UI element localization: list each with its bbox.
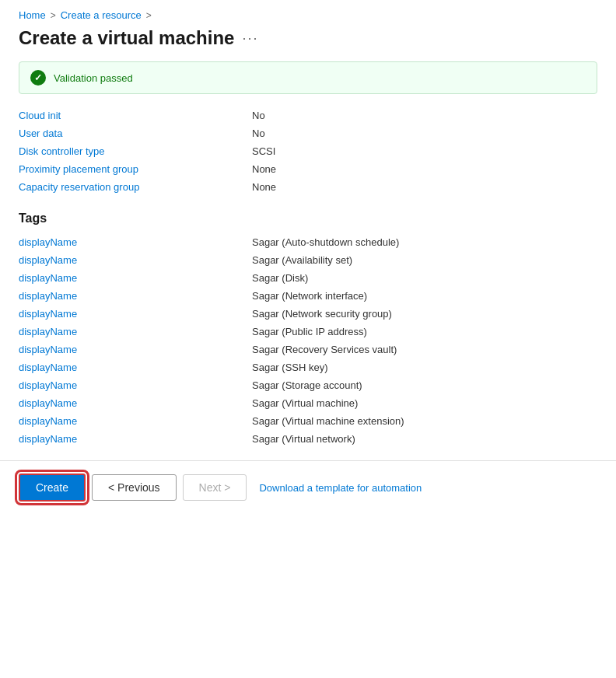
field-label: Cloud init xyxy=(19,107,252,124)
scrollable-content: Cloud init No User data No Disk controll… xyxy=(19,107,597,460)
tag-value: Sagar (Virtual machine extension) xyxy=(252,412,597,430)
tag-label: displayName xyxy=(19,376,252,394)
tag-value: Sagar (Virtual machine) xyxy=(252,394,597,412)
tag-label: displayName xyxy=(19,358,252,376)
tag-value: Sagar (Disk) xyxy=(252,269,597,287)
page-title: Create a virtual machine xyxy=(19,27,234,49)
fields-table: Cloud init No User data No Disk controll… xyxy=(19,107,597,196)
table-row: displayName Sagar (Virtual machine) xyxy=(19,394,597,412)
table-row: displayName Sagar (Availability set) xyxy=(19,251,597,269)
table-row: displayName Sagar (Virtual network) xyxy=(19,430,597,448)
table-row: displayName Sagar (Virtual machine exten… xyxy=(19,412,597,430)
table-row: displayName Sagar (Public IP address) xyxy=(19,323,597,341)
tag-label: displayName xyxy=(19,430,252,448)
tag-value: Sagar (Virtual network) xyxy=(252,430,597,448)
field-label: Disk controller type xyxy=(19,142,252,160)
tag-label: displayName xyxy=(19,412,252,430)
tag-value: Sagar (Auto-shutdown schedule) xyxy=(252,233,597,251)
next-button: Next > xyxy=(183,474,247,501)
tag-label: displayName xyxy=(19,269,252,287)
field-value: SCSI xyxy=(252,142,597,160)
content-area: Cloud init No User data No Disk controll… xyxy=(19,107,597,460)
download-template-link[interactable]: Download a template for automation xyxy=(259,482,422,494)
table-row: Proximity placement group None xyxy=(19,160,597,178)
field-value: None xyxy=(252,178,597,196)
table-row: Disk controller type SCSI xyxy=(19,142,597,160)
field-value: No xyxy=(252,107,597,124)
previous-button[interactable]: < Previous xyxy=(92,474,177,501)
table-row: displayName Sagar (Disk) xyxy=(19,269,597,287)
field-value: No xyxy=(252,124,597,142)
breadcrumb-sep-2: > xyxy=(146,10,152,21)
table-row: Capacity reservation group None xyxy=(19,178,597,196)
tag-value: Sagar (Network security group) xyxy=(252,305,597,323)
tag-value: Sagar (Public IP address) xyxy=(252,323,597,341)
tag-label: displayName xyxy=(19,341,252,358)
footer-bar: Create < Previous Next > Download a temp… xyxy=(0,460,616,514)
tag-label: displayName xyxy=(19,287,252,305)
field-label: User data xyxy=(19,124,252,142)
tag-value: Sagar (Recovery Services vault) xyxy=(252,341,597,358)
tags-section-header: Tags xyxy=(19,211,597,225)
tag-label: displayName xyxy=(19,251,252,269)
table-row: displayName Sagar (SSH key) xyxy=(19,358,597,376)
field-label: Proximity placement group xyxy=(19,160,252,178)
page-title-row: Create a virtual machine ··· xyxy=(19,27,597,49)
table-row: User data No xyxy=(19,124,597,142)
create-button[interactable]: Create xyxy=(19,474,86,502)
tag-label: displayName xyxy=(19,394,252,412)
breadcrumb: Home > Create a resource > xyxy=(19,9,597,21)
table-row: displayName Sagar (Recovery Services vau… xyxy=(19,341,597,358)
tag-label: displayName xyxy=(19,323,252,341)
more-options-button[interactable]: ··· xyxy=(242,30,258,47)
field-label: Capacity reservation group xyxy=(19,178,252,196)
tag-label: displayName xyxy=(19,305,252,323)
table-row: displayName Sagar (Network interface) xyxy=(19,287,597,305)
tag-value: Sagar (Availability set) xyxy=(252,251,597,269)
validation-text: Validation passed xyxy=(54,72,133,84)
table-row: displayName Sagar (Storage account) xyxy=(19,376,597,394)
table-row: Cloud init No xyxy=(19,107,597,124)
tag-value: Sagar (Storage account) xyxy=(252,376,597,394)
validation-icon xyxy=(30,70,46,86)
tag-value: Sagar (SSH key) xyxy=(252,358,597,376)
breadcrumb-create-resource[interactable]: Create a resource xyxy=(61,9,142,21)
field-value: None xyxy=(252,160,597,178)
tag-label: displayName xyxy=(19,233,252,251)
table-row: displayName Sagar (Network security grou… xyxy=(19,305,597,323)
breadcrumb-home[interactable]: Home xyxy=(19,9,46,21)
tags-table: displayName Sagar (Auto-shutdown schedul… xyxy=(19,233,597,448)
breadcrumb-sep-1: > xyxy=(51,10,56,21)
table-row: displayName Sagar (Auto-shutdown schedul… xyxy=(19,233,597,251)
tag-value: Sagar (Network interface) xyxy=(252,287,597,305)
validation-banner: Validation passed xyxy=(19,61,597,94)
